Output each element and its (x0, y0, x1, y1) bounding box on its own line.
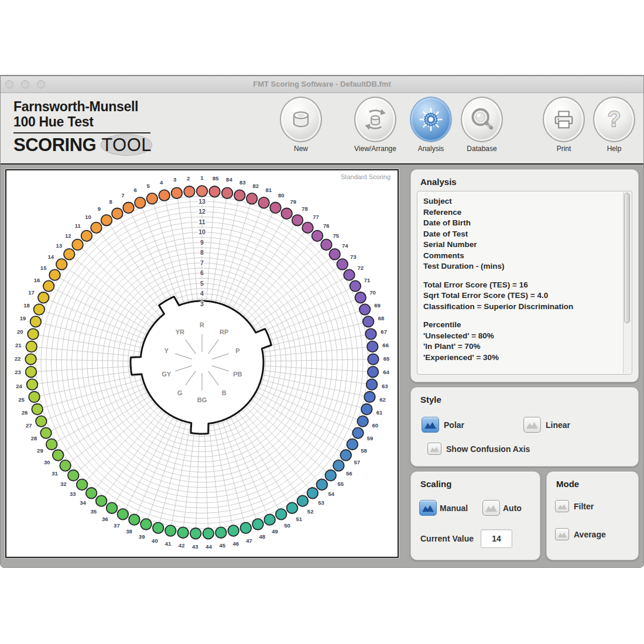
cap-number: 14 (47, 254, 54, 260)
cap-marker (270, 203, 281, 214)
cap-marker (86, 488, 97, 499)
scrollbar-thumb[interactable] (624, 193, 630, 323)
grid-spoke (102, 409, 168, 499)
toolbar-button-new[interactable]: New (275, 97, 327, 153)
cap-number: 67 (381, 328, 387, 335)
mountain-glyph (557, 502, 567, 511)
radial-tick-label: 12 (198, 208, 205, 215)
new-cap-icon (280, 97, 322, 142)
analysis-line (423, 272, 618, 280)
cap-number: 85 (213, 175, 219, 181)
toolbar-button-database[interactable]: Database (455, 97, 508, 153)
cap-marker (350, 280, 361, 292)
mode-panel-title: Mode (547, 472, 638, 489)
grid-spoke (57, 276, 153, 333)
cap-marker (368, 354, 379, 365)
toolbar-button-view-arrange[interactable]: View/Arrange (349, 97, 402, 153)
cap-marker (209, 186, 220, 197)
manual-label: Manual (440, 503, 468, 513)
toolbar-label: Print (537, 145, 590, 153)
cap-marker (341, 450, 352, 461)
cap-marker (276, 509, 287, 520)
cap-number: 31 (52, 470, 58, 477)
cap-number: 9 (98, 205, 101, 212)
cap-marker (357, 416, 368, 427)
cap-number: 41 (165, 540, 172, 547)
cap-marker (258, 197, 269, 208)
radial-tick-label: 6 (200, 269, 204, 276)
radial-tick-label: 10 (198, 228, 205, 235)
filter-checkbox[interactable] (555, 500, 569, 512)
close-button[interactable] (5, 80, 13, 88)
side-panels: Analysis SubjectReferenceDate of BirthDa… (410, 165, 639, 568)
cap-marker (190, 528, 201, 539)
cap-marker (172, 187, 183, 198)
zoom-button[interactable] (37, 80, 45, 88)
cap-number: 2 (187, 175, 190, 181)
cap-number: 48 (259, 533, 266, 540)
toolbar-button-help[interactable]: ? Help (588, 97, 640, 153)
grid-spoke (259, 347, 371, 357)
cap-marker (352, 427, 364, 439)
svg-text:?: ? (608, 107, 621, 131)
analysis-scrollbar[interactable] (623, 192, 631, 374)
cap-number: 75 (333, 232, 340, 239)
cap-number: 25 (18, 396, 25, 403)
mountain-glyph (526, 420, 539, 430)
cap-number: 45 (220, 542, 226, 549)
cap-marker (27, 379, 38, 390)
cap-number: 58 (361, 447, 367, 454)
cap-marker (91, 222, 102, 234)
analysis-line: Sqrt Total Error Score (TES) = 4.0 (423, 290, 618, 302)
cap-number: 66 (382, 342, 389, 348)
linear-checkbox[interactable] (523, 417, 541, 433)
cap-marker (333, 460, 344, 471)
cap-number: 42 (179, 542, 185, 549)
grid-spoke (35, 370, 145, 385)
manual-checkbox[interactable] (419, 500, 437, 516)
cap-number: 84 (226, 176, 232, 183)
current-value-input[interactable] (481, 529, 512, 548)
analysis-line: Date of Birth (423, 218, 618, 229)
polar-checkbox[interactable] (422, 417, 439, 433)
average-checkbox[interactable] (555, 528, 569, 540)
cap-number: 3 (173, 176, 176, 183)
grid-spoke (222, 205, 263, 309)
hue-label: Y (164, 347, 169, 354)
show-confusion-axis-checkbox[interactable] (427, 443, 441, 455)
cap-marker (264, 514, 275, 525)
hue-label: BG (197, 396, 207, 403)
cap-number: 76 (323, 222, 330, 229)
cap-marker (38, 292, 49, 303)
cap-number: 63 (382, 383, 388, 389)
brand-divider (13, 132, 150, 133)
brand-line2: 100 Hue Test (13, 114, 152, 129)
toolbar-button-analysis[interactable]: Analysis (405, 97, 457, 153)
auto-checkbox[interactable] (482, 500, 500, 516)
grid-spoke (252, 390, 350, 443)
cap-marker (60, 460, 71, 471)
cap-marker (146, 193, 157, 204)
cap-marker (297, 495, 309, 506)
cap-marker (325, 470, 336, 481)
radial-tick-label: 3 (200, 300, 204, 307)
cap-marker (141, 519, 152, 530)
cap-number: 68 (378, 315, 385, 321)
grid-spoke (250, 393, 344, 454)
cap-number: 65 (383, 355, 390, 362)
cap-number: 46 (233, 540, 239, 547)
cap-marker (26, 341, 37, 352)
toolbar-button-print[interactable]: Print (537, 97, 590, 153)
cap-marker (153, 522, 164, 533)
cap-number: 60 (372, 422, 378, 429)
cap-marker (81, 231, 93, 242)
cap-marker (123, 203, 134, 214)
mode-panel: Mode Filter Average (546, 471, 639, 560)
polar-plot: RYRYGYGBGBPBPRP3456789101112131234567891… (6, 170, 398, 557)
cap-marker (32, 404, 43, 415)
cap-marker (329, 249, 340, 260)
hue-label: RP (220, 328, 228, 335)
minimize-button[interactable] (21, 80, 29, 88)
grid-spoke (54, 390, 152, 443)
toolbar-label: New (275, 145, 327, 153)
